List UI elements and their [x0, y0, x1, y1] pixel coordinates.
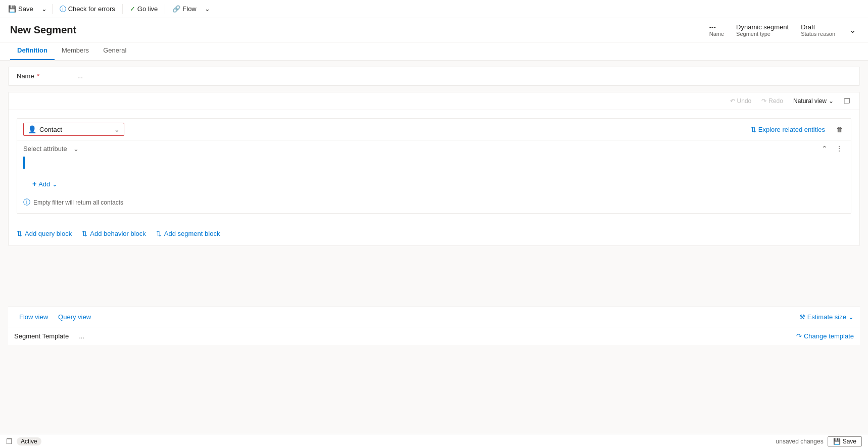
- check-errors-label: Check for errors: [68, 5, 115, 13]
- attribute-placeholder: Select attribute: [23, 145, 67, 153]
- page-header: New Segment --- Name Dynamic segment Seg…: [0, 18, 868, 42]
- tab-definition[interactable]: Definition: [10, 42, 55, 60]
- delete-icon: 🗑: [836, 126, 843, 133]
- estimate-caret-icon: ⌄: [848, 313, 854, 321]
- flow-caret-button[interactable]: ⌄: [203, 3, 212, 15]
- change-template-button[interactable]: ↷ Change template: [796, 332, 854, 340]
- estimate-size-button[interactable]: ⚒ Estimate size ⌄: [799, 313, 854, 321]
- attribute-caret-icon: ⌄: [73, 145, 79, 153]
- tab-members-label: Members: [62, 46, 89, 54]
- add-caret-icon: ⌄: [52, 180, 58, 188]
- view-selector-button[interactable]: Natural view ⌄: [790, 96, 837, 106]
- check-errors-button[interactable]: ⓘ Check for errors: [56, 3, 119, 16]
- behavior-block-icon: ⇅: [82, 230, 87, 237]
- change-template-icon: ↷: [796, 332, 802, 340]
- redo-label: Redo: [768, 97, 783, 105]
- contact-entity-select[interactable]: 👤 Contact ⌄: [23, 123, 124, 136]
- active-badge: Active: [17, 437, 41, 445]
- view-selector-label: Natural view: [793, 97, 827, 105]
- tab-definition-label: Definition: [17, 46, 47, 54]
- bottom-panel: Flow view Query view ⚒ Estimate size ⌄ S…: [8, 307, 860, 345]
- contact-entity-value: Contact: [39, 126, 111, 133]
- add-query-block-button[interactable]: ⇅ Add query block: [17, 228, 72, 239]
- segment-template-label: Segment Template: [14, 332, 69, 340]
- attribute-select[interactable]: Select attribute ⌄: [23, 145, 79, 153]
- status-bar: ❐ Active unsaved changes 💾 Save: [0, 434, 868, 448]
- expand-view-button[interactable]: ❐: [841, 95, 853, 107]
- status-save-button[interactable]: 💾 Save: [828, 436, 862, 446]
- toolbar-divider-3: [165, 4, 165, 14]
- status-expand-icon[interactable]: ❐: [6, 437, 13, 445]
- change-template-label: Change template: [804, 332, 854, 340]
- flow-view-label: Flow view: [19, 313, 48, 321]
- info-icon: ⓘ: [23, 198, 30, 207]
- add-segment-block-button[interactable]: ⇅ Add segment block: [156, 228, 220, 239]
- tab-general-label: General: [103, 46, 126, 54]
- template-row: Segment Template ... ↷ Change template: [8, 327, 860, 345]
- undo-icon: ↶: [730, 97, 735, 105]
- flow-icon: 🔗: [172, 5, 180, 13]
- name-value: ---: [709, 23, 724, 31]
- add-query-block-label: Add query block: [25, 230, 72, 237]
- tab-general[interactable]: General: [96, 42, 133, 60]
- toolbar-divider-2: [122, 4, 123, 14]
- save-label: Save: [18, 5, 33, 13]
- attribute-actions: ⌃ ⋮: [819, 143, 845, 154]
- segment-type-value: Dynamic segment: [736, 23, 789, 31]
- name-field-label: Name *: [17, 72, 77, 80]
- undo-label: Undo: [737, 97, 752, 105]
- query-area: ↶ Undo ↷ Redo Natural view ⌄ ❐ 👤 Contact: [8, 92, 860, 246]
- query-toolbar: ↶ Undo ↷ Redo Natural view ⌄ ❐: [9, 92, 859, 110]
- contact-entity-caret-icon: ⌄: [114, 126, 120, 133]
- redo-button[interactable]: ↷ Redo: [758, 96, 786, 106]
- collapse-group-button[interactable]: ⌃: [819, 143, 830, 154]
- name-field-value[interactable]: ...: [77, 72, 83, 80]
- status-label: Status reason: [801, 31, 835, 37]
- status-save-icon: 💾: [833, 438, 841, 445]
- go-live-icon: ✓: [130, 5, 135, 13]
- main-content: Name * ... ↶ Undo ↷ Redo Natural view ⌄ …: [0, 61, 868, 434]
- go-live-button[interactable]: ✓ Go live: [126, 3, 162, 15]
- check-errors-icon: ⓘ: [60, 5, 66, 14]
- add-button[interactable]: + Add ⌄: [29, 178, 61, 190]
- add-segment-block-label: Add segment block: [164, 230, 220, 237]
- empty-filter-text: Empty filter will return all contacts: [33, 199, 123, 206]
- add-plus-icon: +: [32, 180, 36, 188]
- unsaved-text: unsaved changes: [776, 438, 824, 445]
- explore-related-button[interactable]: ⇅ Explore related entities: [748, 124, 828, 135]
- name-field: --- Name: [709, 23, 724, 37]
- toolbar: 💾 Save ⌄ ⓘ Check for errors ✓ Go live 🔗 …: [0, 0, 868, 18]
- flow-button[interactable]: 🔗 Flow: [168, 3, 200, 15]
- estimate-icon: ⚒: [799, 313, 805, 321]
- save-caret-button[interactable]: ⌄: [39, 3, 49, 15]
- view-selector-caret-icon: ⌄: [829, 97, 834, 105]
- name-form-row: Name * ...: [9, 67, 859, 85]
- attribute-row: Select attribute ⌄ ⌃ ⋮: [17, 140, 851, 157]
- save-button[interactable]: 💾 Save: [4, 3, 37, 15]
- header-right: --- Name Dynamic segment Segment type Dr…: [709, 23, 858, 37]
- explore-label: Explore related entities: [758, 126, 825, 133]
- undo-button[interactable]: ↶ Undo: [727, 96, 755, 106]
- template-label-group: Segment Template ...: [14, 332, 84, 340]
- query-block-icon: ⇅: [17, 230, 22, 237]
- explore-icon: ⇅: [751, 126, 756, 133]
- toolbar-divider-1: [52, 4, 53, 14]
- contact-header: 👤 Contact ⌄ ⇅ Explore related entities 🗑: [17, 119, 851, 140]
- query-view-button[interactable]: Query view: [53, 311, 96, 323]
- segment-type-field: Dynamic segment Segment type: [736, 23, 789, 37]
- required-star: *: [35, 72, 40, 80]
- status-field: Draft Status reason: [801, 23, 835, 37]
- delete-block-button[interactable]: 🗑: [834, 124, 845, 135]
- status-value: Draft: [801, 23, 835, 31]
- info-message: ⓘ Empty filter will return all contacts: [17, 195, 851, 213]
- page-title: New Segment: [10, 24, 76, 36]
- view-toggle-row: Flow view Query view ⚒ Estimate size ⌄: [8, 307, 860, 327]
- add-behavior-block-button[interactable]: ⇅ Add behavior block: [82, 228, 146, 239]
- status-right: unsaved changes 💾 Save: [776, 436, 862, 446]
- segment-template-value: ...: [79, 332, 84, 340]
- flow-view-button[interactable]: Flow view: [14, 311, 53, 323]
- more-options-button[interactable]: ⋮: [834, 143, 845, 154]
- tab-members[interactable]: Members: [55, 42, 96, 60]
- header-expand-button[interactable]: ⌄: [847, 23, 858, 37]
- go-live-label: Go live: [137, 5, 158, 13]
